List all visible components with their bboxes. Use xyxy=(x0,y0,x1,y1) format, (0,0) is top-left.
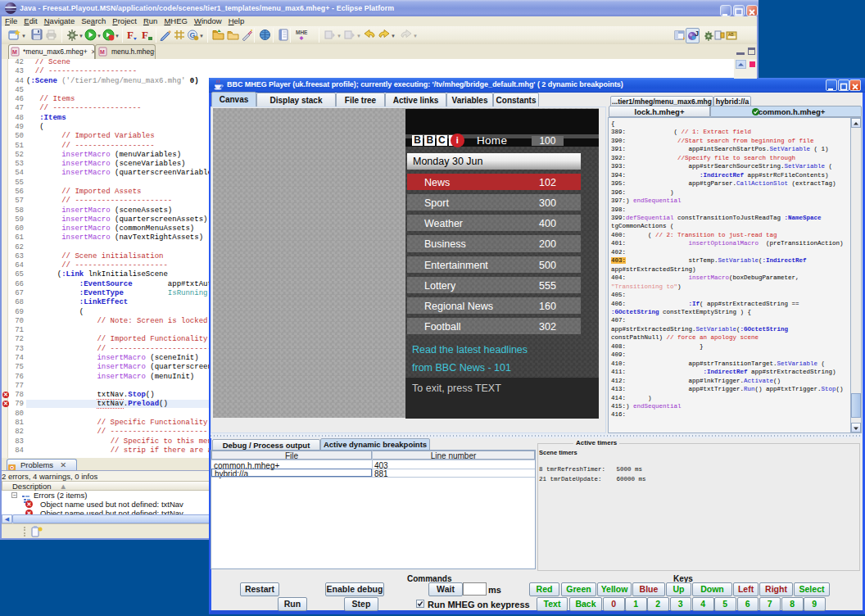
svg-text:F: F xyxy=(127,29,134,41)
svg-text:J: J xyxy=(695,29,699,38)
svg-text:F: F xyxy=(142,29,148,41)
svg-text:MHE: MHE xyxy=(296,29,308,35)
svg-text:AB: AB xyxy=(728,32,734,37)
svg-text:M: M xyxy=(12,49,17,55)
svg-text:M: M xyxy=(100,49,105,55)
